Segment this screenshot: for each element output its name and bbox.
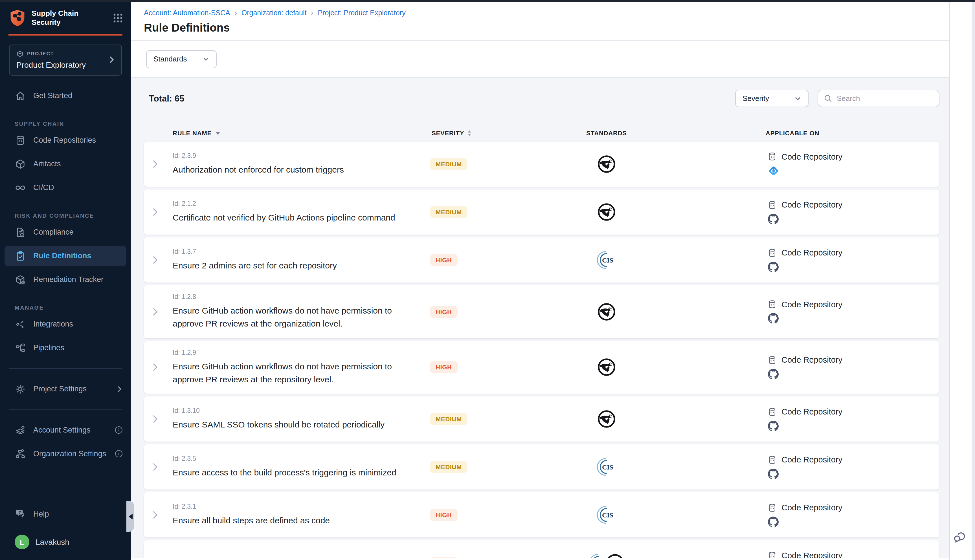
sidebar-item-rule-definitions[interactable]: Rule Definitions [5,246,126,266]
sidebar-collapse-handle[interactable] [126,501,134,532]
code-repository-icon [767,152,777,161]
row-expand-chevron-icon[interactable] [152,510,159,519]
severity-badge: MEDIUM [430,158,467,170]
project-label: PROJECT [27,51,54,57]
applicable-on-label: Code Repository [781,503,842,512]
applicable-on-label: Code Repository [781,300,842,309]
sidebar-item-remediation-tracker[interactable]: Remediation Tracker [0,269,131,290]
sidebar: Supply Chain Security PROJECT Product Ex… [0,0,131,560]
sidebar-item-pipelines[interactable]: Pipelines [0,338,131,358]
search-box[interactable] [818,90,940,107]
rule-name: Ensure GitHub action workflows do not ha… [173,360,406,386]
sidebar-item-compliance[interactable]: Compliance [0,222,131,242]
app-title: Supply Chain Security [32,9,107,27]
sidebar-item-artifacts[interactable]: Artifacts [0,154,131,174]
rule-id: Id: 1.2.9 [173,349,406,355]
rule-name: Certificate not verified by GitHub Actio… [173,211,406,224]
row-expand-chevron-icon[interactable] [152,208,159,217]
rule-name: Ensure GitHub action workflows do not ha… [173,304,406,330]
divider [9,368,122,368]
severity-filter-dropdown[interactable]: Severity [735,90,808,107]
code-repository-icon [767,300,777,309]
sort-updown-icon [467,130,471,136]
column-header-applicable-on: APPLICABLE ON [646,130,940,137]
sidebar-item-account-settings[interactable]: Account Settings [0,420,131,440]
chevron-right-icon [108,55,116,63]
breadcrumb-account-link[interactable]: Account: Automation-SSCA [144,9,230,17]
account-settings-icon [15,424,26,436]
column-header-severity[interactable]: SEVERITY [426,130,567,137]
column-header-rule-name[interactable]: RULE NAME [168,130,426,137]
project-name: Product Exploratory [17,60,108,69]
owasp-standard-icon [597,302,616,322]
project-selector[interactable]: PROJECT Product Exploratory [9,44,122,75]
sidebar-item-organization-settings[interactable]: Organization Settings [0,443,131,464]
rule-row[interactable]: Id: 1.3.7Ensure 2 admins are set for eac… [144,237,940,283]
breadcrumb-organization-link[interactable]: Organization: default [242,9,307,17]
help-chat-icon: ? [15,508,26,519]
rule-id: Id: 1.3.7 [173,248,406,255]
window-top-strip [0,0,975,2]
page-title: Rule Definitions [144,22,949,34]
section-title-manage: MANAGE [0,304,131,310]
row-expand-chevron-icon[interactable] [152,255,159,265]
rule-row[interactable]: Id: 2.3.1Ensure all build steps are defi… [144,492,940,537]
sidebar-item-help[interactable]: ? Help [0,503,131,524]
rule-name: Ensure SAML SSO tokens should be rotated… [173,418,406,431]
standards-dropdown[interactable]: Standards [146,50,217,68]
owasp-standard-icon [597,410,616,428]
svg-text:CIS: CIS [602,512,613,519]
organization-settings-icon [15,448,26,459]
rule-id: Id: 2.3.1 [173,503,406,510]
row-expand-chevron-icon[interactable] [152,160,159,168]
owasp-standard-icon [597,202,616,222]
app-logo-shield-icon [9,9,26,27]
app-switcher-grid-icon[interactable] [113,13,123,23]
code-repository-icon [767,455,777,464]
rule-row[interactable]: Id: 1.3.10Ensure SAML SSO tokens should … [144,397,940,442]
rule-row[interactable]: Id: 2.3.5Ensure access to the build proc… [144,444,940,490]
sidebar-item-integrations[interactable]: Integrations [0,314,131,334]
rule-row[interactable]: Id: 1.2.8Ensure GitHub action workflows … [144,285,940,338]
artifacts-cube-icon [15,158,26,170]
applicable-on-label: Code Repository [781,152,842,161]
sidebar-user[interactable]: L Lavakush [0,532,131,552]
svg-text:CIS: CIS [602,257,613,264]
gear-icon [15,383,26,395]
scrollbar-track[interactable] [972,2,975,560]
chevron-right-icon [116,385,123,392]
info-icon[interactable] [115,450,123,458]
user-name: Lavakush [35,537,69,547]
row-expand-chevron-icon[interactable] [152,415,159,423]
support-chat-icon[interactable] [952,530,967,547]
severity-badge: HIGH [430,509,457,521]
rule-row[interactable]: Id: 1.1.9HIGHCISCode Repository [144,540,940,558]
row-expand-chevron-icon[interactable] [152,307,159,317]
sidebar-item-get-started[interactable]: Get Started [0,85,131,106]
chevron-down-icon [795,95,801,102]
rule-row[interactable]: Id: 2.1.2Certificate not verified by Git… [144,190,940,235]
breadcrumb-project-link[interactable]: Project: Product Exploratory [318,9,406,17]
rule-id: Id: 1.3.10 [173,407,406,414]
rule-row[interactable]: Id: 1.2.9Ensure GitHub action workflows … [144,341,940,393]
rules-table-body: Id: 2.3.9Authorization not enforced for … [144,142,940,558]
row-expand-chevron-icon[interactable] [152,462,159,472]
divider [9,409,122,410]
rule-name: Ensure 2 admins are set for each reposit… [173,259,406,272]
search-input[interactable] [837,94,933,103]
rule-name: Ensure access to the build process's tri… [173,466,406,479]
sidebar-item-code-repositories[interactable]: Code Repositories [0,130,131,150]
severity-badge: HIGH [430,557,457,558]
sidebar-item-cicd[interactable]: CI/CD [0,177,131,198]
cis-standard-icon: CIS [596,250,617,270]
applicable-on-label: Code Repository [781,200,842,209]
sidebar-item-project-settings[interactable]: Project Settings [0,379,131,399]
rule-row[interactable]: Id: 2.3.9Authorization not enforced for … [144,142,940,187]
home-icon [15,90,26,101]
rule-id: Id: 2.3.9 [173,152,406,159]
section-title-supply-chain: SUPPLY CHAIN [0,120,131,127]
info-icon[interactable] [115,426,123,434]
applicable-on-label: Code Repository [781,355,842,365]
breadcrumb-separator: › [235,9,237,17]
row-expand-chevron-icon[interactable] [152,363,159,372]
